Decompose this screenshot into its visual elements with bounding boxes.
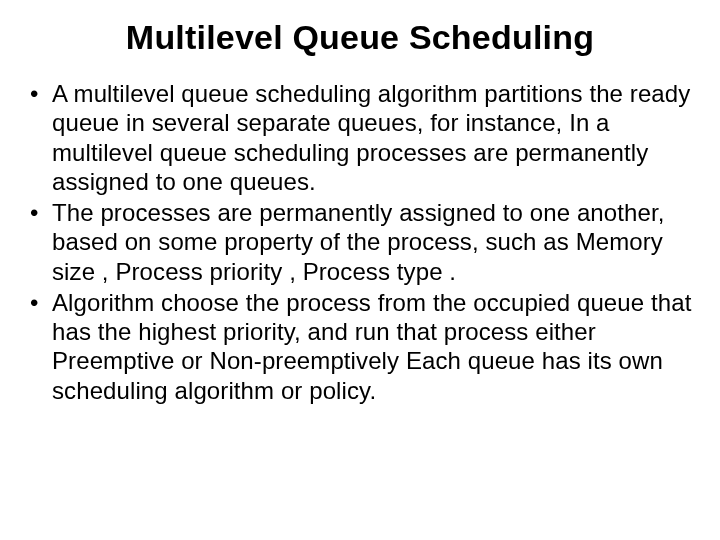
bullet-item: Algorithm choose the process from the oc…	[26, 288, 702, 405]
bullet-list: A multilevel queue scheduling algorithm …	[18, 79, 702, 405]
bullet-item: A multilevel queue scheduling algorithm …	[26, 79, 702, 196]
bullet-item: The processes are permanently assigned t…	[26, 198, 702, 286]
slide-title: Multilevel Queue Scheduling	[18, 18, 702, 57]
